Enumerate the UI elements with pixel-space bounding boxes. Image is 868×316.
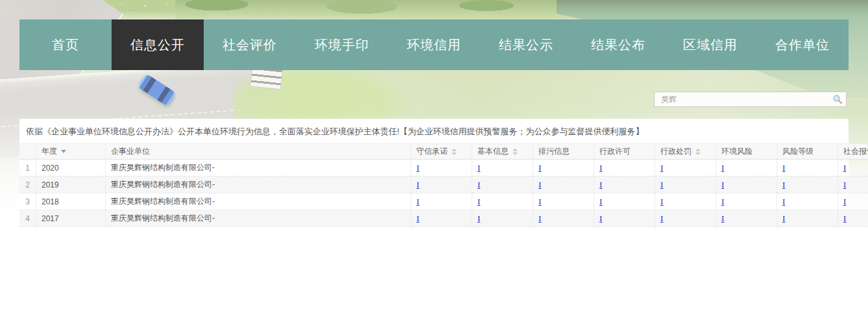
column-label-year: 年度 xyxy=(42,147,57,156)
cell-emission-info: I xyxy=(533,193,594,210)
cell-year: 2017 xyxy=(36,210,106,227)
nav-item-partners[interactable]: 合作单位 xyxy=(756,19,849,70)
column-header-year[interactable]: 年度 xyxy=(36,144,106,160)
link-integrity-pledge[interactable]: I xyxy=(416,213,419,223)
nav-item-info-disclosure[interactable]: 信息公开 xyxy=(112,19,204,70)
link-emission-info[interactable]: I xyxy=(538,163,541,173)
nav-item-env-credit[interactable]: 环境信用 xyxy=(388,19,480,70)
column-header-basic-info[interactable]: 基本信息 xyxy=(472,144,533,160)
link-social-report[interactable]: I xyxy=(843,180,846,189)
column-header-integrity-pledge[interactable]: 守信承诺 xyxy=(411,144,472,160)
column-label-admin-permit: 行政许可 xyxy=(599,147,631,156)
sort-toggle-icon[interactable] xyxy=(512,149,518,155)
column-header-admin-permit[interactable]: 行政许可 xyxy=(594,144,655,160)
cell-risk-level: I xyxy=(777,176,838,193)
link-integrity-pledge[interactable]: I xyxy=(416,197,419,206)
cell-social-report: I xyxy=(838,176,868,193)
link-env-risk[interactable]: I xyxy=(721,213,724,223)
link-basic-info[interactable]: I xyxy=(477,197,480,206)
column-label-risk-level: 风险等级 xyxy=(782,147,814,156)
nav-item-env-handprint[interactable]: 环境手印 xyxy=(296,19,388,70)
main-nav: 首页信息公开社会评价环境手印环境信用结果公示结果公布区域信用合作单位 xyxy=(19,19,849,70)
link-integrity-pledge[interactable]: I xyxy=(416,180,419,189)
cell-basic-info: I xyxy=(472,176,533,193)
column-header-row-number xyxy=(19,144,36,160)
link-admin-permit[interactable]: I xyxy=(599,197,602,206)
cell-row-number: 1 xyxy=(19,160,36,176)
link-risk-level[interactable]: I xyxy=(782,213,785,223)
link-emission-info[interactable]: I xyxy=(538,180,541,189)
cell-basic-info: I xyxy=(472,160,533,176)
link-admin-permit[interactable]: I xyxy=(599,213,602,223)
link-risk-level[interactable]: I xyxy=(782,163,785,173)
search-bar xyxy=(654,91,847,107)
column-header-emission-info[interactable]: 排污信息 xyxy=(533,144,594,160)
column-label-env-risk: 环境风险 xyxy=(721,147,753,156)
cell-integrity-pledge: I xyxy=(411,160,472,176)
column-header-risk-level[interactable]: 风险等级 xyxy=(777,144,838,160)
link-admin-permit[interactable]: I xyxy=(599,180,602,189)
nav-item-home[interactable]: 首页 xyxy=(19,19,112,70)
link-admin-penalty[interactable]: I xyxy=(660,197,663,206)
column-label-integrity-pledge: 守信承诺 xyxy=(416,147,448,156)
link-emission-info[interactable]: I xyxy=(538,213,541,223)
cell-social-report: I xyxy=(838,193,868,210)
link-admin-permit[interactable]: I xyxy=(599,163,602,173)
link-emission-info[interactable]: I xyxy=(538,197,541,206)
cell-admin-permit: I xyxy=(594,160,655,176)
cell-basic-info: I xyxy=(472,193,533,210)
cell-risk-level: I xyxy=(777,210,838,227)
table-row: 42017重庆昊辉钢结构制造有限公司-IIIIIIII xyxy=(19,210,868,227)
search-input[interactable] xyxy=(660,94,832,104)
cell-year: 2018 xyxy=(36,193,106,210)
column-header-social-report[interactable]: 社会报告 xyxy=(838,144,868,160)
column-label-admin-penalty: 行政处罚 xyxy=(660,147,692,156)
cell-risk-level: I xyxy=(777,160,838,176)
cell-company: 重庆昊辉钢结构制造有限公司- xyxy=(106,160,411,176)
cell-emission-info: I xyxy=(533,176,594,193)
cell-basic-info: I xyxy=(472,210,533,227)
sort-desc-icon[interactable] xyxy=(61,150,66,153)
table-row: 32018重庆昊辉钢结构制造有限公司-IIIIIIII xyxy=(19,193,868,210)
link-env-risk[interactable]: I xyxy=(721,197,724,206)
table-header-row: 年度企事业单位守信承诺基本信息排污信息行政许可行政处罚环境风险风险等级社会报告 xyxy=(19,144,868,160)
link-basic-info[interactable]: I xyxy=(477,180,480,189)
table-row: 22019重庆昊辉钢结构制造有限公司-IIIIIIII xyxy=(19,176,868,193)
cell-admin-permit: I xyxy=(594,193,655,210)
cell-year: 2020 xyxy=(36,160,106,176)
search-icon[interactable] xyxy=(832,94,843,104)
cell-admin-permit: I xyxy=(594,176,655,193)
nav-item-result-publicity[interactable]: 结果公示 xyxy=(480,19,572,70)
column-header-company[interactable]: 企事业单位 xyxy=(106,144,411,160)
column-label-basic-info: 基本信息 xyxy=(477,147,509,156)
sort-toggle-icon[interactable] xyxy=(695,149,701,155)
nav-item-regional-credit[interactable]: 区域信用 xyxy=(664,19,756,70)
link-admin-penalty[interactable]: I xyxy=(660,213,663,223)
column-header-env-risk[interactable]: 环境风险 xyxy=(716,144,777,160)
link-admin-penalty[interactable]: I xyxy=(660,163,663,173)
nav-item-result-announcement[interactable]: 结果公布 xyxy=(572,19,664,70)
cell-env-risk: I xyxy=(716,176,777,193)
link-basic-info[interactable]: I xyxy=(477,163,480,173)
cell-admin-penalty: I xyxy=(655,210,716,227)
link-env-risk[interactable]: I xyxy=(721,180,724,189)
link-social-report[interactable]: I xyxy=(843,163,846,173)
link-social-report[interactable]: I xyxy=(843,197,846,206)
link-risk-level[interactable]: I xyxy=(782,197,785,206)
link-admin-penalty[interactable]: I xyxy=(660,180,663,189)
cell-integrity-pledge: I xyxy=(411,176,472,193)
nav-item-social-evaluation[interactable]: 社会评价 xyxy=(204,19,296,70)
cell-emission-info: I xyxy=(533,160,594,176)
link-integrity-pledge[interactable]: I xyxy=(416,163,419,173)
link-social-report[interactable]: I xyxy=(843,213,846,223)
cell-row-number: 3 xyxy=(19,193,36,210)
link-basic-info[interactable]: I xyxy=(477,213,480,223)
cell-company: 重庆昊辉钢结构制造有限公司- xyxy=(106,193,411,210)
notice-text: 依据《企业事业单位环境信息公开办法》公开本单位环境行为信息，全面落实企业环境保护… xyxy=(19,119,849,143)
link-env-risk[interactable]: I xyxy=(721,163,724,173)
cell-social-report: I xyxy=(838,160,868,176)
sort-toggle-icon[interactable] xyxy=(452,149,457,155)
column-header-admin-penalty[interactable]: 行政处罚 xyxy=(655,144,716,160)
link-risk-level[interactable]: I xyxy=(782,180,785,189)
column-label-company: 企事业单位 xyxy=(111,147,150,156)
